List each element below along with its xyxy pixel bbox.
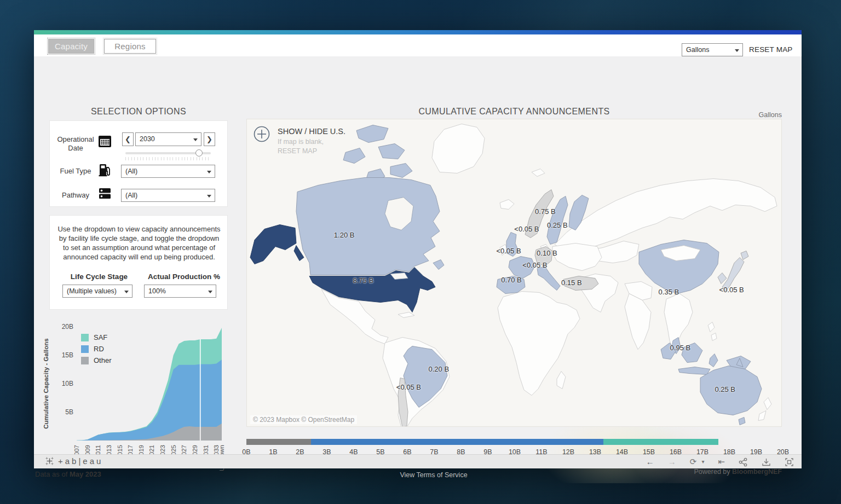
fuel-pump-icon <box>98 163 112 177</box>
info-panel: Use the dropdown to view capacity announ… <box>49 215 228 310</box>
calendar-icon <box>98 134 112 148</box>
map-attribution: © 2023 Mapbox © OpenStreetMap <box>250 415 357 424</box>
map-label-united-states[interactable]: 8.75 B <box>353 276 374 285</box>
map-label-germany[interactable]: 0.10 B <box>537 248 557 257</box>
legend-item-other[interactable]: Other <box>81 356 112 364</box>
chevron-down-icon <box>124 291 129 293</box>
share-icon[interactable] <box>739 457 748 467</box>
replay-caret-icon[interactable]: ▾ <box>701 455 704 469</box>
chart-legend: SAFRDOther <box>81 333 112 368</box>
year-next-button[interactable]: ❯ <box>204 132 215 146</box>
svg-text:20B: 20B <box>62 323 73 331</box>
actual-production-dropdown[interactable]: 100% <box>144 285 216 298</box>
data-as-of-prefix: Data as of <box>35 470 70 478</box>
tableau-logo[interactable]: +ab|eau <box>45 456 103 466</box>
map-label-norway[interactable]: <0.05 B <box>514 224 539 233</box>
toolbar-icons: ← → ⟳ ▾ ⇤ <box>646 455 794 469</box>
country-indonesia-java[interactable] <box>678 367 710 375</box>
legend-item-rd[interactable]: RD <box>81 345 112 353</box>
chevron-down-icon <box>207 195 211 198</box>
map-label-canada[interactable]: 1.20 B <box>334 230 355 239</box>
legend-item-saf[interactable]: SAF <box>81 333 112 341</box>
map-label-brazil[interactable]: 0.20 B <box>428 365 449 373</box>
pathway-icon <box>98 187 112 200</box>
map-label-turkey[interactable]: 0.15 B <box>561 279 582 287</box>
desktop-background: Capacity Regions Gallons RESET MAP SELEC… <box>0 0 841 504</box>
dashboard-window: Capacity Regions Gallons RESET MAP SELEC… <box>34 30 802 468</box>
undo-icon[interactable]: ← <box>646 455 654 469</box>
year-slider[interactable] <box>125 152 211 154</box>
show-hide-us-title[interactable]: SHOW / HIDE U.S. <box>278 127 345 136</box>
year-prev-button[interactable]: ❮ <box>122 132 134 146</box>
fuel-type-label: Fuel Type <box>54 167 97 176</box>
fuel-type-dropdown[interactable]: (All) <box>121 165 215 178</box>
map-label-spain[interactable]: 0.70 B <box>501 276 522 284</box>
colorbar-segment-rd <box>311 439 603 445</box>
replay-icon[interactable]: ⟳ <box>690 455 697 469</box>
country-canada[interactable] <box>296 178 440 275</box>
reset-map-button[interactable]: RESET MAP <box>749 43 793 56</box>
map-unit-label: Gallons <box>735 111 782 119</box>
legend-label: SAF <box>94 333 107 341</box>
life-cycle-stage-value: (Multiple values) <box>67 287 117 295</box>
filters-panel: Operational Date ❮ 2030 ❯ Fuel Type <box>49 120 228 207</box>
unit-dropdown[interactable]: Gallons <box>682 43 743 56</box>
redo-icon[interactable]: → <box>668 455 676 469</box>
life-cycle-stage-label: Life Cycle Stage <box>55 273 143 281</box>
year-slider-handle[interactable] <box>195 149 203 157</box>
year-dropdown[interactable]: 2030 <box>135 132 201 146</box>
colorbar-segment-other <box>246 439 311 445</box>
capacity-colorbar <box>246 439 783 445</box>
powered-brand: BloombergNEF <box>732 468 782 476</box>
tab-capacity[interactable]: Capacity <box>48 39 94 54</box>
map-label-australia[interactable]: 0.25 B <box>715 385 735 393</box>
tasmania[interactable] <box>739 418 745 425</box>
tableau-sparkle-icon <box>45 456 54 466</box>
tab-regions[interactable]: Regions <box>104 39 156 54</box>
actual-production-value: 100% <box>148 287 166 295</box>
legend-swatch <box>81 345 89 353</box>
map-label-chile[interactable]: <0.05 B <box>396 383 421 391</box>
year-slider-ticks <box>125 157 211 160</box>
colorbar-segment-saf <box>603 439 719 445</box>
map-label-china[interactable]: 0.35 B <box>659 288 679 296</box>
unit-dropdown-value: Gallons <box>686 46 709 54</box>
pathway-dropdown[interactable]: (All) <box>121 189 215 202</box>
selection-options-title: SELECTION OPTIONS <box>49 107 228 117</box>
legend-label: RD <box>94 345 104 353</box>
powered-prefix: Powered by <box>694 468 732 476</box>
life-cycle-stage-dropdown[interactable]: (Multiple values) <box>62 285 133 298</box>
map-title: CUMULATIVE CAPACITY ANNOUNCEMENTS <box>246 107 782 117</box>
circle-plus-icon[interactable] <box>254 126 270 142</box>
map-label-central-europe[interactable]: <0.05 B <box>522 260 547 269</box>
operational-date-label: Operational Date <box>54 135 97 153</box>
svg-text:Cumulative Capacity - Gallons: Cumulative Capacity - Gallons <box>43 338 49 429</box>
legend-swatch <box>81 357 89 364</box>
country-us-alaska[interactable] <box>250 225 296 264</box>
svg-text:5B: 5B <box>65 408 73 416</box>
map-label-sweden[interactable]: 0.75 B <box>535 207 556 215</box>
svg-text:15B: 15B <box>62 351 73 359</box>
fullscreen-icon[interactable] <box>785 457 794 467</box>
country-canada-arctic[interactable] <box>356 125 388 143</box>
map-label-united-kingdom[interactable]: <0.05 B <box>496 246 521 254</box>
tableau-toolbar: +ab|eau ← → ⟳ ▾ ⇤ <box>34 454 802 468</box>
year-dropdown-value: 2030 <box>140 135 155 143</box>
country-italy[interactable] <box>537 267 560 291</box>
chevron-down-icon <box>735 49 739 52</box>
world-map[interactable]: SHOW / HIDE U.S. If map is blank, RESET … <box>246 119 782 427</box>
revert-icon[interactable]: ⇤ <box>718 455 725 469</box>
map-label-finland[interactable]: 0.25 B <box>547 221 568 229</box>
world-map-svg <box>247 119 782 427</box>
show-hide-us-subtitle: If map is blank, <box>278 138 324 146</box>
map-label-singapore-malaysia[interactable]: 0.95 B <box>670 344 691 352</box>
pathway-value: (All) <box>125 192 137 199</box>
pathway-label: Pathway <box>54 191 97 200</box>
download-icon[interactable] <box>762 457 771 467</box>
map-label-japan[interactable]: <0.05 B <box>719 286 744 294</box>
chevron-down-icon <box>207 171 211 173</box>
country-korea[interactable] <box>718 273 727 284</box>
dashboard-content: SELECTION OPTIONS CUMULATIVE CAPACITY AN… <box>34 56 802 454</box>
terms-of-service-link[interactable]: View Terms of Service <box>341 471 527 479</box>
show-hide-us-subtitle2: RESET MAP <box>278 147 317 155</box>
